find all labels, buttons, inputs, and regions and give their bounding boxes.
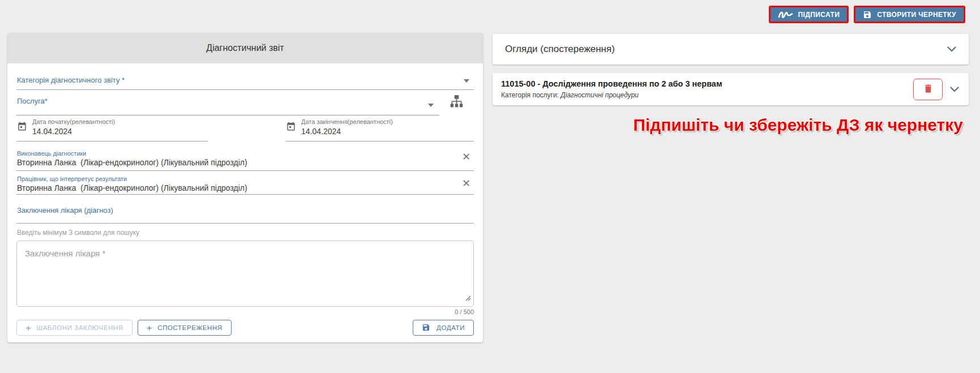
report-title: Діагностичний звіт (7, 33, 483, 63)
service-tree-button[interactable] (439, 94, 474, 115)
sign-button-label: ПІДПИСАТИ (798, 11, 840, 19)
chevron-down-icon[interactable] (947, 44, 956, 55)
plus-icon: + (25, 323, 32, 333)
chevron-down-icon[interactable] (464, 79, 469, 83)
interpreter-label: Працівник, що інтерпретує результати (17, 175, 451, 182)
category-select[interactable]: Категорія діагностичного звіту * (16, 63, 474, 90)
conclusion-templates-button[interactable]: + ШАБЛОНИ ЗАКЛЮЧЕННЯ (16, 320, 132, 336)
report-body: Категорія діагностичного звіту * Послуга… (7, 63, 483, 342)
end-date-label: Дата закінчення(релевантності) (301, 118, 393, 125)
start-date-label: Дата початку(релевантності) (32, 118, 115, 125)
conclusion-templates-label: ШАБЛОНИ ЗАКЛЮЧЕННЯ (37, 324, 123, 331)
annotation-text: Підпишіть чи збережіть ДЗ як чернетку (493, 115, 969, 135)
chevron-down-icon[interactable] (428, 104, 434, 107)
interpreter-value: Вторинна Ланка (Лікар-ендокринолог) (Лік… (17, 183, 451, 192)
conclusion-wrap (16, 241, 474, 307)
observation-label: СПОСТЕРЕЖЕННЯ (157, 324, 222, 331)
category-label: Категорія діагностичного звіту * (17, 76, 474, 84)
observation-title: 11015-00 - Дослідження проведення по 2 а… (501, 79, 722, 89)
observations-title: Огляди (спостереження) (505, 44, 615, 55)
diagnosis-label: Заключення лікаря (діагноз) (17, 206, 474, 215)
observation-subtitle: Категорія послуги: Діагностичні процедур… (501, 91, 722, 100)
service-tree-icon (449, 94, 464, 111)
add-label: ДОДАТИ (436, 324, 465, 331)
create-draft-button[interactable]: СТВОРИТИ ЧЕРНЕТКУ (854, 6, 965, 23)
start-date-value[interactable]: 14.04.2024 (32, 127, 115, 136)
interpreter-field[interactable]: Працівник, що інтерпретує результати Вто… (16, 171, 474, 195)
service-label: Послуга* (17, 97, 439, 105)
service-category-value: Діагностичні процедури (560, 91, 639, 99)
plus-icon: + (147, 323, 153, 333)
signature-icon (778, 10, 793, 19)
start-date-field[interactable]: Дата початку(релевантності) 14.04.2024 (16, 115, 208, 142)
performer-field[interactable]: Виконавець діагностики Вторинна Ланка (Л… (16, 142, 474, 171)
clear-icon[interactable]: ✕ (462, 178, 470, 188)
save-icon (422, 323, 430, 333)
calendar-icon[interactable] (286, 121, 296, 136)
form-buttons-row: + ШАБЛОНИ ЗАКЛЮЧЕННЯ + СПОСТЕРЕЖЕННЯ ДОД… (16, 320, 474, 336)
observations-panel: Огляди (спостереження) 11015-00 - Дослід… (493, 34, 969, 135)
performer-value: Вторинна Ланка (Лікар-ендокринолог) (Лік… (17, 158, 451, 167)
calendar-icon[interactable] (17, 121, 27, 136)
toolbar: ПІДПИСАТИ СТВОРИТИ ЧЕРНЕТКУ (769, 6, 965, 23)
delete-observation-button[interactable] (913, 79, 943, 100)
observation-button[interactable]: + СПОСТЕРЕЖЕННЯ (138, 320, 232, 336)
sign-button[interactable]: ПІДПИСАТИ (769, 6, 849, 23)
diagnosis-field[interactable]: Заключення лікаря (діагноз) (16, 195, 474, 224)
trash-icon (923, 83, 934, 96)
service-category-label: Категорія послуги: (501, 91, 559, 99)
resize-handle-icon[interactable] (465, 293, 471, 303)
observation-texts: 11015-00 - Дослідження проведення по 2 а… (501, 79, 722, 100)
add-button[interactable]: ДОДАТИ (413, 320, 474, 336)
end-date-value[interactable]: 14.04.2024 (301, 127, 393, 136)
conclusion-textarea[interactable] (16, 241, 474, 307)
diagnostic-report-card: Діагностичний звіт Категорія діагностичн… (7, 33, 483, 342)
clear-icon[interactable]: ✕ (462, 152, 470, 162)
end-date-field[interactable]: Дата закінчення(релевантності) 14.04.202… (285, 115, 474, 142)
performer-label: Виконавець діагностики (17, 150, 451, 157)
chevron-down-icon[interactable] (950, 84, 959, 95)
save-icon (863, 10, 872, 19)
char-counter: 0 / 500 (16, 308, 474, 315)
observation-item[interactable]: 11015-00 - Дослідження проведення по 2 а… (493, 73, 969, 105)
create-draft-button-label: СТВОРИТИ ЧЕРНЕТКУ (877, 11, 956, 19)
observations-header[interactable]: Огляди (спостереження) (493, 34, 969, 65)
service-row: Послуга* (16, 90, 474, 115)
search-hint: Введіть мінімум 3 символи для пошуку (17, 229, 474, 237)
service-select[interactable]: Послуга* (16, 90, 439, 115)
dates-row: Дата початку(релевантності) 14.04.2024 Д… (16, 115, 474, 142)
